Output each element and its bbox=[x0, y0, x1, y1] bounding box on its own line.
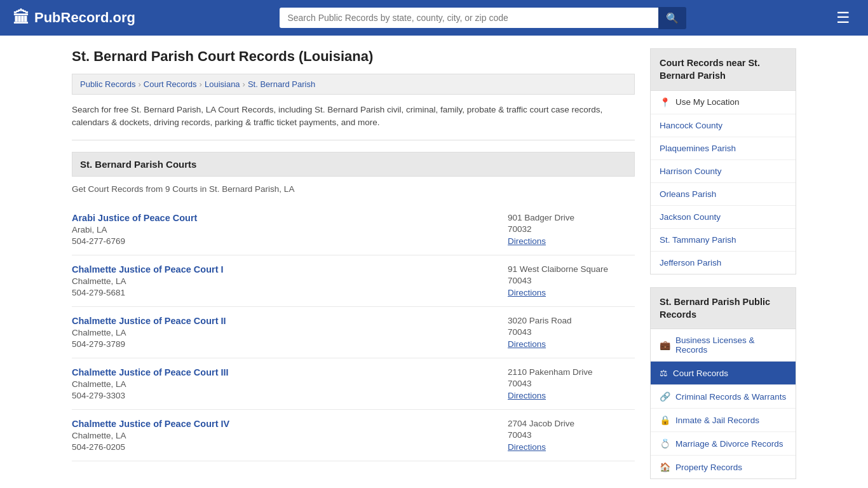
court-entry-left-3: Chalmette Justice of Peace Court III Cha… bbox=[72, 367, 229, 400]
nearby-section-title: Court Records near St. Bernard Parish bbox=[650, 48, 796, 91]
search-input[interactable] bbox=[280, 8, 658, 28]
court-city-1: Chalmette, LA bbox=[72, 276, 224, 286]
public-records-icon-2: 🔗 bbox=[660, 391, 670, 402]
sidebar: Court Records near St. Bernard Parish 📍 … bbox=[650, 48, 796, 488]
public-records-item-0[interactable]: 💼 Business Licenses & Records bbox=[651, 329, 796, 362]
court-entry: Chalmette Justice of Peace Court II Chal… bbox=[72, 307, 635, 358]
public-records-icon-3: 🔒 bbox=[660, 415, 670, 425]
site-header: 🏛 PubRecord.org 🔍 ☰ bbox=[0, 0, 868, 36]
public-records-item-3[interactable]: 🔒 Inmate & Jail Records bbox=[651, 409, 796, 432]
public-records-item-1[interactable]: ⚖ Court Records bbox=[651, 362, 796, 385]
public-records-link-5[interactable]: 🏠 Property Records bbox=[651, 456, 796, 478]
main-content: St. Bernard Parish Court Records (Louisi… bbox=[72, 48, 635, 488]
menu-icon: ☰ bbox=[836, 9, 850, 26]
nearby-link-4[interactable]: Jackson County bbox=[651, 206, 796, 228]
main-container: St. Bernard Parish Court Records (Louisi… bbox=[59, 36, 809, 488]
court-name-3: Chalmette Justice of Peace Court III bbox=[72, 367, 229, 377]
public-records-label-4: Marriage & Divorce Records bbox=[675, 439, 783, 449]
public-records-link-2[interactable]: 🔗 Criminal Records & Warrants bbox=[651, 385, 796, 408]
directions-link-3[interactable]: Directions bbox=[508, 391, 546, 400]
nearby-item-4[interactable]: Jackson County bbox=[651, 206, 796, 229]
breadcrumb-public-records[interactable]: Public Records bbox=[80, 79, 135, 89]
search-area: 🔍 bbox=[280, 7, 686, 29]
breadcrumb-sep-1: › bbox=[138, 79, 140, 89]
breadcrumb-sep-3: › bbox=[243, 79, 245, 89]
court-entry-right-2: 3020 Paris Road 70043 Directions bbox=[508, 316, 635, 349]
public-records-item-2[interactable]: 🔗 Criminal Records & Warrants bbox=[651, 385, 796, 409]
public-records-icon-4: 💍 bbox=[660, 438, 670, 449]
public-records-link-0[interactable]: 💼 Business Licenses & Records bbox=[651, 329, 796, 361]
court-address-3: 2110 Pakenham Drive bbox=[508, 367, 635, 377]
court-entry-left-4: Chalmette Justice of Peace Court IV Chal… bbox=[72, 419, 229, 452]
nearby-link-3[interactable]: Orleans Parish bbox=[651, 183, 796, 205]
public-records-label-5: Property Records bbox=[675, 463, 742, 472]
directions-link-0[interactable]: Directions bbox=[508, 236, 546, 246]
logo-text: PubRecord.org bbox=[34, 10, 135, 26]
breadcrumb-court-records[interactable]: Court Records bbox=[144, 79, 197, 89]
court-entry-left-1: Chalmette Justice of Peace Court I Chalm… bbox=[72, 264, 224, 297]
court-entry: Chalmette Justice of Peace Court IV Chal… bbox=[72, 410, 635, 461]
breadcrumb-parish[interactable]: St. Bernard Parish bbox=[248, 79, 315, 89]
search-button[interactable]: 🔍 bbox=[658, 7, 686, 29]
court-city-0: Arabi, LA bbox=[72, 225, 197, 234]
court-name-4: Chalmette Justice of Peace Court IV bbox=[72, 419, 229, 429]
public-records-item-5[interactable]: 🏠 Property Records bbox=[651, 456, 796, 478]
court-entry-right-0: 901 Badger Drive 70032 Directions bbox=[508, 213, 635, 246]
breadcrumb-louisiana[interactable]: Louisiana bbox=[205, 79, 240, 89]
nearby-link-6[interactable]: Jefferson Parish bbox=[651, 252, 796, 274]
court-address-2: 3020 Paris Road bbox=[508, 316, 635, 325]
nearby-item-6[interactable]: Jefferson Parish bbox=[651, 252, 796, 274]
courts-list: Arabi Justice of Peace Court Arabi, LA 5… bbox=[72, 204, 635, 461]
use-location-item[interactable]: 📍 Use My Location bbox=[651, 91, 796, 114]
use-location-label: Use My Location bbox=[675, 97, 740, 107]
court-address-4: 2704 Jacob Drive bbox=[508, 419, 635, 428]
court-zip-2: 70043 bbox=[508, 327, 635, 337]
court-entry: Arabi Justice of Peace Court Arabi, LA 5… bbox=[72, 204, 635, 255]
nearby-item-3[interactable]: Orleans Parish bbox=[651, 183, 796, 206]
site-logo[interactable]: 🏛 PubRecord.org bbox=[13, 8, 135, 28]
public-records-icon-1: ⚖ bbox=[660, 368, 668, 378]
public-records-label-0: Business Licenses & Records bbox=[675, 336, 787, 355]
court-zip-3: 70043 bbox=[508, 379, 635, 388]
nearby-item-5[interactable]: St. Tammany Parish bbox=[651, 229, 796, 252]
breadcrumb-sep-2: › bbox=[200, 79, 202, 89]
nearby-link-0[interactable]: Hancock County bbox=[651, 114, 796, 137]
court-city-3: Chalmette, LA bbox=[72, 379, 229, 389]
menu-button[interactable]: ☰ bbox=[831, 6, 855, 29]
nearby-item-0[interactable]: Hancock County bbox=[651, 114, 796, 137]
court-phone-3: 504-279-3303 bbox=[72, 391, 229, 400]
public-records-section-title: St. Bernard Parish Public Records bbox=[650, 287, 796, 330]
public-records-link-3[interactable]: 🔒 Inmate & Jail Records bbox=[651, 409, 796, 431]
court-address-0: 901 Badger Drive bbox=[508, 213, 635, 222]
courts-section-heading: St. Bernard Parish Courts bbox=[72, 152, 635, 177]
court-entry-left-2: Chalmette Justice of Peace Court II Chal… bbox=[72, 316, 226, 349]
court-name-2: Chalmette Justice of Peace Court II bbox=[72, 316, 226, 326]
courts-section-subtext: Get Court Records from 9 Courts in St. B… bbox=[72, 184, 635, 194]
nearby-item-2[interactable]: Harrison County bbox=[651, 160, 796, 183]
public-records-icon-0: 💼 bbox=[660, 340, 670, 350]
nearby-item-1[interactable]: Plaquemines Parish bbox=[651, 137, 796, 160]
public-records-list: 💼 Business Licenses & Records ⚖ Court Re… bbox=[650, 329, 796, 479]
public-records-link-1[interactable]: ⚖ Court Records bbox=[651, 362, 796, 384]
court-entry: Chalmette Justice of Peace Court III Cha… bbox=[72, 358, 635, 410]
directions-link-2[interactable]: Directions bbox=[508, 339, 546, 349]
nearby-link-2[interactable]: Harrison County bbox=[651, 160, 796, 182]
directions-link-1[interactable]: Directions bbox=[508, 288, 546, 297]
court-entry-right-4: 2704 Jacob Drive 70043 Directions bbox=[508, 419, 635, 452]
nearby-link-1[interactable]: Plaquemines Parish bbox=[651, 137, 796, 159]
nearby-link-5[interactable]: St. Tammany Parish bbox=[651, 229, 796, 251]
court-phone-2: 504-279-3789 bbox=[72, 339, 226, 349]
page-title: St. Bernard Parish Court Records (Louisi… bbox=[72, 48, 635, 65]
nearby-list: 📍 Use My Location Hancock CountyPlaquemi… bbox=[650, 91, 796, 274]
use-location-link[interactable]: 📍 Use My Location bbox=[651, 91, 796, 114]
court-entry-right-3: 2110 Pakenham Drive 70043 Directions bbox=[508, 367, 635, 400]
location-icon: 📍 bbox=[660, 97, 670, 107]
public-records-link-4[interactable]: 💍 Marriage & Divorce Records bbox=[651, 432, 796, 455]
public-records-icon-5: 🏠 bbox=[660, 462, 670, 472]
court-city-2: Chalmette, LA bbox=[72, 328, 226, 337]
directions-link-4[interactable]: Directions bbox=[508, 442, 546, 452]
court-city-4: Chalmette, LA bbox=[72, 431, 229, 440]
court-zip-4: 70043 bbox=[508, 430, 635, 440]
public-records-item-4[interactable]: 💍 Marriage & Divorce Records bbox=[651, 432, 796, 456]
court-phone-4: 504-276-0205 bbox=[72, 442, 229, 452]
